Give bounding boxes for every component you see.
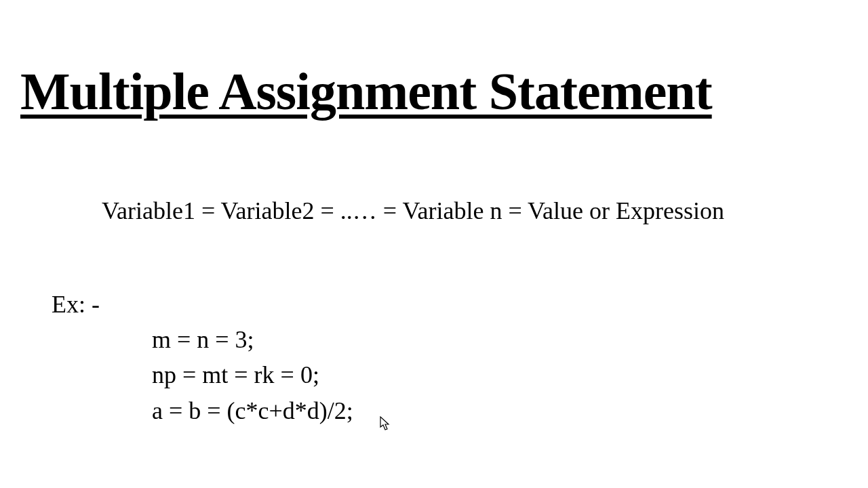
example-label: Ex: - [52, 290, 100, 319]
example-line: m = n = 3; [152, 323, 353, 357]
example-line: a = b = (c*c+d*d)/2; [152, 394, 353, 428]
page-title: Multiple Assignment Statement [20, 61, 712, 122]
syntax-line: Variable1 = Variable2 = ..… = Variable n… [102, 197, 724, 225]
mouse-cursor-icon [380, 416, 391, 431]
examples-block: m = n = 3; np = mt = rk = 0; a = b = (c*… [152, 323, 353, 429]
example-line: np = mt = rk = 0; [152, 358, 353, 392]
